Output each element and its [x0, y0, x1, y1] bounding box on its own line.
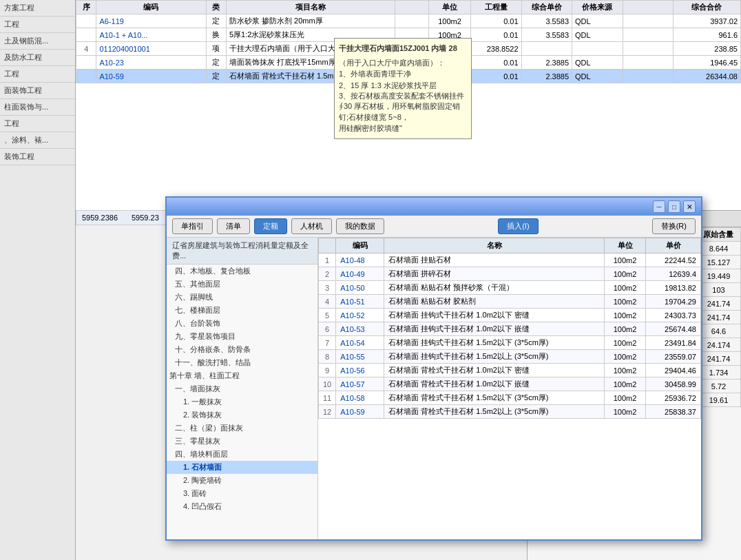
tab-list[interactable]: 清单 — [217, 218, 250, 234]
tree-item[interactable]: 4. 凹凸假石 — [167, 500, 317, 513]
tree-item[interactable]: 2. 陶瓷墙砖 — [167, 474, 317, 487]
tree-item[interactable]: 二、柱（梁）面抹灰 — [167, 422, 317, 435]
dialog-table-row[interactable]: 11 A10-58 石材墙面 背栓式干挂石材 1.5m2以下 (3*5cm厚) … — [319, 391, 701, 405]
dialog-table-row[interactable]: 9 A10-56 石材墙面 背栓式干挂石材 1.0m2以下 密缝 100m2 2… — [319, 364, 701, 377]
col-source: 价格来源 — [572, 1, 623, 14]
dialog-table-row[interactable]: 12 A10-59 石材墙面 背栓式干挂石材 1.5m2以上 (3*5cm厚) … — [319, 405, 701, 419]
cell-name: 石材墙面 挂钩式干挂石材 1.5m2以上 (3*5cm厚) — [384, 350, 605, 364]
replace-button[interactable]: 替换(R) — [652, 218, 696, 234]
tooltip-line-1: （用于入口大厅中庭内墙面）： — [339, 57, 467, 69]
col-seq: 序 — [76, 1, 96, 14]
insert-button[interactable]: 插入(I) — [498, 218, 538, 234]
tooltip-line-4: 3、按石材板高度安装配套不锈钢挂件∮30 厚石材板，用环氧树脂胶固定销钉;石材接… — [339, 91, 467, 123]
cell-idx — [76, 28, 96, 42]
sidebar-item-7[interactable]: 柱面装饰与... — [0, 99, 75, 116]
tooltip-title: 干挂大理石内墙面15ZJ001 内墙 28 — [339, 43, 467, 54]
dialog-table-row[interactable]: 8 A10-55 石材墙面 挂钩式干挂石材 1.5m2以上 (3*5cm厚) 1… — [319, 350, 701, 364]
col-code-header: 编码 — [336, 238, 384, 253]
cell-code: A10-57 — [336, 377, 384, 391]
tree-item[interactable]: 四、木地板、复合地板 — [167, 265, 317, 278]
dialog-data-panel[interactable]: 编码 名称 单位 单价 1 A10-48 石材墙面 挂贴石材 100m2 222… — [318, 238, 701, 539]
tree-item[interactable]: 第十章 墙、柱面工程 — [167, 369, 317, 382]
sidebar-item-9[interactable]: 、涂料、裱... — [0, 132, 75, 149]
cell-total: 3937.02 — [673, 14, 740, 28]
tab-quota[interactable]: 定额 — [254, 218, 287, 234]
dialog-table-row[interactable]: 2 A10-49 石材墙面 拼碎石材 100m2 12639.4 — [319, 267, 701, 281]
cell-name: 石材墙面 粘贴石材 胶粘剂 — [384, 295, 605, 309]
bottom-value2: 5959.23 — [132, 214, 159, 222]
cell-unit: 100m2 — [605, 364, 646, 377]
sidebar-item-4[interactable]: 及防水工程 — [0, 50, 75, 66]
col-type: 类 — [206, 1, 226, 14]
cell-empty2 — [623, 14, 673, 28]
cell-source: QDL — [572, 70, 623, 83]
cell-unit: 100m2 — [428, 14, 470, 28]
cell-original: 8.644 — [696, 242, 740, 256]
tree-item[interactable]: 六、踢脚线 — [167, 291, 317, 304]
tree-item[interactable]: 九、零星装饰项目 — [167, 330, 317, 343]
sidebar-item-2[interactable]: 工程 — [0, 17, 75, 33]
tree-item[interactable]: 十、分格嵌条、防骨条 — [167, 343, 317, 356]
col-empty1 — [395, 1, 428, 14]
col-empty2 — [623, 1, 673, 14]
cell-price: 25838.37 — [646, 405, 701, 419]
tree-item[interactable]: 1. 石材墙面 — [167, 461, 317, 474]
cell-unit: 100m2 — [605, 405, 646, 419]
tab-single-guide[interactable]: 单指引 — [172, 218, 213, 234]
cell-unit: 100m2 — [605, 267, 646, 281]
cell-source: QDL — [572, 28, 623, 42]
dialog-close-btn[interactable]: ✕ — [683, 200, 696, 213]
sidebar-item-8[interactable]: 工程 — [0, 116, 75, 132]
tree-item[interactable]: 八、台阶装饰 — [167, 317, 317, 330]
tree-item[interactable]: 四、墙块料面层 — [167, 448, 317, 461]
cell-total: 26344.08 — [673, 70, 740, 83]
cell-idx: 11 — [319, 391, 336, 405]
dialog-tree-items: 四、木地板、复合地板五、其他面层六、踢脚线七、楼梯面层八、台阶装饰九、零星装饰项… — [167, 265, 317, 513]
sidebar-item-5[interactable]: 工程 — [0, 66, 75, 83]
rp-col-original: 原始含量 — [696, 228, 740, 242]
cell-unit: 100m2 — [605, 309, 646, 322]
col-price: 综合单价 — [521, 1, 572, 14]
dialog-data-table: 编码 名称 单位 单价 1 A10-48 石材墙面 挂贴石材 100m2 222… — [318, 238, 701, 419]
cell-code: A10-53 — [336, 322, 384, 336]
dialog-table-row[interactable]: 1 A10-48 石材墙面 挂贴石材 100m2 22244.52 — [319, 253, 701, 267]
cell-original: 24.174 — [696, 338, 740, 352]
tree-item[interactable]: 七、楼梯面层 — [167, 304, 317, 317]
dialog-table-row[interactable]: 3 A10-50 石材墙面 粘贴石材 预拌砂浆（干混） 100m2 19813.… — [319, 281, 701, 295]
sidebar-item-6[interactable]: 面装饰工程 — [0, 83, 75, 99]
sidebar-item-1[interactable]: 方案工程 — [0, 0, 75, 17]
dialog-table-row[interactable]: 4 A10-51 石材墙面 粘贴石材 胶粘剂 100m2 19704.29 — [319, 295, 701, 309]
col-unit-header: 单位 — [605, 238, 646, 253]
cell-idx: 10 — [319, 377, 336, 391]
dialog-table-row[interactable]: 6 A10-53 石材墙面 挂钩式干挂石材 1.0m2以下 嵌缝 100m2 2… — [319, 322, 701, 336]
left-sidebar: 方案工程 工程 土及钢筋混... 及防水工程 工程 面装饰工程 柱面装饰与...… — [0, 0, 76, 560]
cell-type: 项 — [206, 42, 226, 56]
tree-item[interactable]: 1. 一般抹灰 — [167, 395, 317, 408]
dialog-maximize-btn[interactable]: □ — [668, 200, 680, 213]
tab-my-data[interactable]: 我的数据 — [336, 218, 384, 234]
cell-name: 石材墙面 背栓式干挂石材 1.5m2以下 (3*5cm厚) — [384, 391, 605, 405]
tree-item[interactable]: 三、零星抹灰 — [167, 435, 317, 448]
cell-code: A10-52 — [336, 309, 384, 322]
tree-item[interactable]: 一、墙面抹灰 — [167, 382, 317, 395]
tree-item[interactable]: 3. 面砖 — [167, 487, 317, 500]
tree-item[interactable]: 五、其他面层 — [167, 278, 317, 291]
cell-price: 19704.29 — [646, 295, 701, 309]
cell-code: A10-54 — [336, 336, 384, 350]
cell-name: 石材墙面 挂钩式干挂石材 1.0m2以下 嵌缝 — [384, 322, 605, 336]
dialog-table-row[interactable]: 5 A10-52 石材墙面 挂钩式干挂石材 1.0m2以下 密缝 100m2 2… — [319, 309, 701, 322]
main-table-row[interactable]: A6-119 定 防水砂浆 掺防水剂 20mm厚 100m2 0.01 3.55… — [76, 14, 741, 28]
cell-code: A6-119 — [96, 14, 206, 28]
dialog-table-row[interactable]: 7 A10-54 石材墙面 挂钩式干挂石材 1.5m2以下 (3*5cm厚) 1… — [319, 336, 701, 350]
tree-item[interactable]: 十一、酸洗打蜡、结晶 — [167, 356, 317, 369]
dialog-title-buttons: ─ □ ✕ — [653, 200, 696, 213]
cell-qty: 0.01 — [471, 28, 521, 42]
tree-item[interactable]: 2. 装饰抹灰 — [167, 408, 317, 422]
sidebar-item-10[interactable]: 装饰工程 — [0, 149, 75, 165]
cell-idx: 4 — [76, 42, 96, 56]
dialog-minimize-btn[interactable]: ─ — [653, 200, 665, 213]
cell-price: 29404.46 — [646, 364, 701, 377]
tab-materials[interactable]: 人材机 — [291, 218, 332, 234]
sidebar-item-3[interactable]: 土及钢筋混... — [0, 33, 75, 50]
dialog-table-row[interactable]: 10 A10-57 石材墙面 背栓式干挂石材 1.0m2以下 嵌缝 100m2 … — [319, 377, 701, 391]
